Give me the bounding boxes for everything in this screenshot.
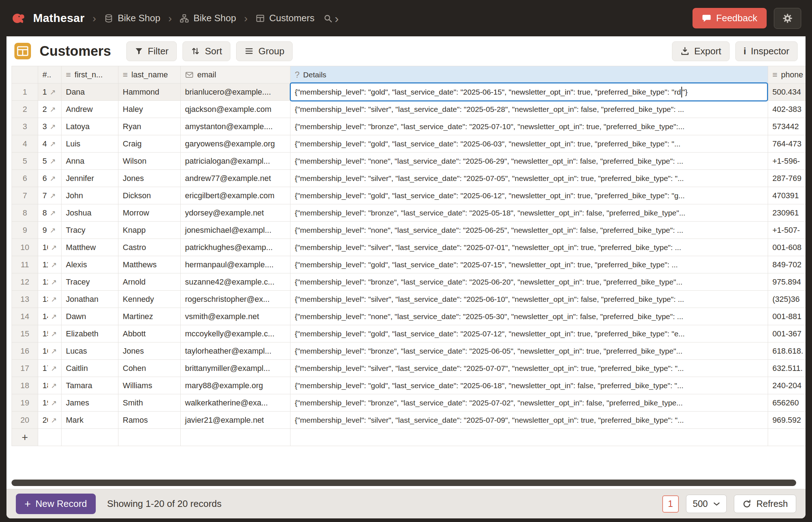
row-number[interactable]: 18 (12, 377, 38, 394)
brand-title[interactable]: Mathesar (33, 12, 85, 25)
row-number[interactable]: 2 (12, 101, 38, 118)
phone-cell[interactable]: 656260 (768, 394, 806, 412)
settings-button[interactable] (774, 8, 801, 29)
email-cell[interactable]: suzanne42@example.c... (181, 273, 290, 291)
phone-cell[interactable]: 001-608 (768, 239, 806, 256)
last-name-cell[interactable]: Hammond (118, 83, 181, 101)
first-name-cell[interactable]: Lucas (62, 342, 118, 360)
row-number[interactable]: 12 (12, 273, 38, 291)
id-cell[interactable]: 10 ↗ (38, 239, 62, 256)
record-link-icon[interactable]: ↗ (50, 209, 56, 217)
first-name-cell[interactable]: John (62, 187, 118, 204)
details-cell[interactable]: {"membership_level": "silver", "last_ser… (290, 291, 768, 308)
id-cell[interactable]: 19 ↗ (38, 394, 62, 412)
email-cell[interactable]: patrickhughes@examp... (181, 239, 290, 256)
record-link-icon[interactable]: ↗ (51, 278, 57, 286)
last-name-cell[interactable]: Smith (118, 394, 181, 412)
first-name-cell[interactable]: Luis (62, 135, 118, 153)
column-header-last-name[interactable]: ≡ last_name (118, 66, 181, 83)
email-cell[interactable]: walkerkatherine@exa... (181, 394, 290, 412)
last-name-cell[interactable]: Craig (118, 135, 181, 153)
phone-cell[interactable]: 500.434 (768, 83, 806, 101)
email-cell[interactable]: javier21@example.net (181, 412, 290, 429)
details-cell[interactable]: {"membership_level": "gold", "last_servi… (290, 187, 768, 204)
id-cell[interactable]: 17 ↗ (38, 360, 62, 377)
row-number[interactable]: 16 (12, 342, 38, 360)
email-cell[interactable]: ericgilbert@example.com (181, 187, 290, 204)
first-name-cell[interactable]: Latoya (62, 118, 118, 135)
chevron-right-icon[interactable]: › (335, 12, 339, 24)
refresh-button[interactable]: Refresh (734, 495, 796, 513)
last-name-cell[interactable]: Castro (118, 239, 181, 256)
record-link-icon[interactable]: ↗ (51, 330, 57, 338)
sort-button[interactable]: Sort (182, 41, 230, 61)
email-cell[interactable]: hermanpaul@example.... (181, 256, 290, 273)
phone-cell[interactable]: +1-596- (768, 153, 806, 170)
record-link-icon[interactable]: ↗ (50, 157, 56, 165)
id-cell[interactable]: 13 ↗ (38, 291, 62, 308)
add-row[interactable]: + (12, 429, 806, 446)
row-number[interactable]: 11 (12, 256, 38, 273)
horizontal-scrollbar[interactable] (12, 480, 796, 486)
first-name-cell[interactable]: Alexis (62, 256, 118, 273)
first-name-cell[interactable]: Tracy (62, 222, 118, 239)
row-number[interactable]: 6 (12, 170, 38, 187)
row-number[interactable]: 8 (12, 204, 38, 222)
first-name-cell[interactable]: Mark (62, 412, 118, 429)
phone-cell[interactable]: 402-383 (768, 101, 806, 118)
first-name-cell[interactable]: Dana (62, 83, 118, 101)
id-cell[interactable]: 6 ↗ (38, 170, 62, 187)
row-number[interactable]: 3 (12, 118, 38, 135)
last-name-cell[interactable]: Williams (118, 377, 181, 394)
email-cell[interactable]: amystanton@example.... (181, 118, 290, 135)
record-link-icon[interactable]: ↗ (50, 105, 56, 114)
first-name-cell[interactable]: Dawn (62, 308, 118, 325)
last-name-cell[interactable]: Haley (118, 101, 181, 118)
page-number-button[interactable]: 1 (662, 495, 679, 513)
record-link-icon[interactable]: ↗ (50, 174, 56, 183)
id-cell[interactable]: 2 ↗ (38, 101, 62, 118)
phone-cell[interactable]: 287-769 (768, 170, 806, 187)
last-name-cell[interactable]: Martinez (118, 308, 181, 325)
last-name-cell[interactable]: Ryan (118, 118, 181, 135)
details-cell[interactable]: {"membership_level": "bronze", "last_ser… (290, 394, 768, 412)
id-cell[interactable]: 3 ↗ (38, 118, 62, 135)
last-name-cell[interactable]: Jones (118, 342, 181, 360)
phone-cell[interactable]: 975.894 (768, 273, 806, 291)
row-number[interactable]: 20 (12, 412, 38, 429)
first-name-cell[interactable]: Andrew (62, 101, 118, 118)
email-cell[interactable]: garyowens@example.org (181, 135, 290, 153)
first-name-cell[interactable]: Anna (62, 153, 118, 170)
first-name-cell[interactable]: Elizabeth (62, 325, 118, 342)
details-cell[interactable]: {"membership_level": "bronze", "last_ser… (290, 118, 768, 135)
email-cell[interactable]: patricialogan@exampl... (181, 153, 290, 170)
details-cell[interactable]: {"membership_level": "bronze", "last_ser… (290, 342, 768, 360)
column-header-first-name[interactable]: ≡ first_n... (62, 66, 118, 83)
id-cell[interactable]: 9 ↗ (38, 222, 62, 239)
details-cell-editing[interactable]: {"membership_level": "gold", "last_servi… (290, 83, 768, 101)
email-cell[interactable]: andrew77@example.net (181, 170, 290, 187)
filter-button[interactable]: Filter (126, 41, 177, 61)
cell-editor[interactable]: {"membership_level": "gold", "last_servi… (290, 82, 768, 101)
record-link-icon[interactable]: ↗ (50, 88, 56, 96)
id-cell[interactable]: 4 ↗ (38, 135, 62, 153)
new-record-button[interactable]: + New Record (16, 494, 96, 514)
export-button[interactable]: Export (672, 41, 730, 61)
record-link-icon[interactable]: ↗ (51, 260, 57, 269)
last-name-cell[interactable]: Kennedy (118, 291, 181, 308)
email-cell[interactable]: vsmith@example.net (181, 308, 290, 325)
column-header-phone[interactable]: ≡ phone (768, 66, 806, 83)
record-link-icon[interactable]: ↗ (51, 243, 57, 252)
last-name-cell[interactable]: Abbott (118, 325, 181, 342)
details-cell[interactable]: {"membership_level": "none", "last_servi… (290, 308, 768, 325)
details-cell[interactable]: {"membership_level": "silver", "last_ser… (290, 412, 768, 429)
last-name-cell[interactable]: Dickson (118, 187, 181, 204)
first-name-cell[interactable]: Tamara (62, 377, 118, 394)
id-cell[interactable]: 1 ↗ (38, 83, 62, 101)
details-cell[interactable]: {"membership_level": "silver", "last_ser… (290, 170, 768, 187)
details-cell[interactable]: {"membership_level": "silver", "last_ser… (290, 239, 768, 256)
record-link-icon[interactable]: ↗ (51, 416, 57, 425)
first-name-cell[interactable]: Tracey (62, 273, 118, 291)
record-link-icon[interactable]: ↗ (50, 122, 56, 131)
details-cell[interactable]: {"membership_level": "silver", "last_ser… (290, 101, 768, 118)
